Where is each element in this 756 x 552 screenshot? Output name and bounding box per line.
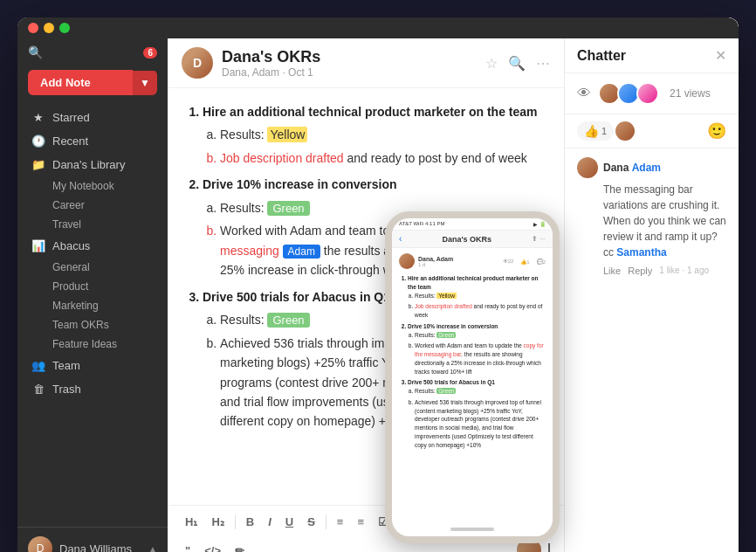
search-action-icon[interactable]: 🔍 (508, 55, 526, 72)
phone-status-bar: AT&T WiFi 4:11 PM ▶ 🔋 (392, 218, 553, 231)
green-highlight-2: Green (267, 313, 309, 328)
sidebar-item-team[interactable]: 👥 Team (17, 354, 168, 377)
chatter-header: Chatter ✕ (565, 38, 739, 73)
views-count: 21 views (670, 87, 711, 100)
item2a-label: Results: (220, 201, 267, 215)
adam-mention: Adam (632, 162, 661, 174)
add-note-button[interactable]: Add Note ▼ (28, 70, 157, 95)
sidebar-item-starred[interactable]: ★ Starred (17, 106, 168, 129)
bold-button[interactable]: B (243, 513, 258, 531)
minimize-button[interactable] (44, 23, 54, 33)
clock-icon: 🕐 (31, 135, 45, 148)
sidebar-user[interactable]: D Dana Williams ▲ (17, 527, 168, 552)
item3-text: Drive 500 trials for Abacus in Q1 (203, 290, 390, 304)
list-item: Results: Yellow (220, 125, 546, 144)
like-reaction-button[interactable]: 👍 1 (577, 121, 614, 141)
avatar: D (28, 536, 52, 552)
sidebar-item-team-okrs[interactable]: Team OKRs (17, 315, 168, 335)
item2-text: Drive 10% increase in conversion (203, 177, 397, 191)
heading1-button[interactable]: H₁ (182, 513, 201, 531)
phone-note-meta: 1 d (418, 262, 453, 267)
chatter-panel: Chatter ✕ 👁 21 views 👍 1 🙂 (564, 17, 739, 552)
trash-label: Trash (52, 383, 81, 396)
chatter-messages: Dana Adam The messaging bar variations a… (565, 148, 739, 552)
phone-content: Dana, Adam 1 d 👁22 👍1 💬2 Hire an additio… (392, 248, 553, 457)
strikethrough-button[interactable]: S (304, 513, 319, 531)
abacus-label: Abacus (52, 239, 90, 252)
code-button[interactable]: </> (201, 542, 224, 553)
cursor (548, 543, 550, 552)
sidebar-item-career[interactable]: Career (17, 196, 168, 215)
phone-mockup: AT&T WiFi 4:11 PM ▶ 🔋 ‹ Dana's OKRs ⬆ ··… (385, 211, 560, 543)
sidebar-top: 🔍 6 (17, 38, 168, 70)
toolbar-separator (235, 515, 236, 529)
sidebar-item-marketing[interactable]: Marketing (17, 296, 168, 315)
folder-icon: 📁 (31, 158, 45, 171)
more-action-icon[interactable]: ⋯ (536, 55, 550, 72)
sidebar-item-abacus[interactable]: 📊 Abacus (17, 234, 168, 258)
user-name: Dana Williams (59, 542, 132, 553)
sidebar-item-library[interactable]: 📁 Dana's Library (17, 153, 168, 176)
share-icon[interactable]: ⬆ ··· (532, 235, 546, 243)
emoji-button[interactable]: 🙂 (707, 121, 726, 141)
recent-label: Recent (52, 135, 88, 148)
team-label: Team (52, 359, 80, 372)
close-icon[interactable]: ✕ (715, 47, 726, 64)
chat-actions: Like Reply 1 like · 1 ago (603, 264, 726, 279)
sidebar-item-trash[interactable]: 🗑 Trash (17, 377, 168, 401)
reaction-count: 1 (601, 126, 607, 136)
note-title-block: Dana's OKRs Dana, Adam · Oct 1 (222, 48, 477, 79)
add-note-label[interactable]: Add Note (28, 70, 133, 95)
draw-button[interactable]: ✏ (231, 542, 248, 553)
phone-note-author: Dana, Adam (418, 256, 453, 262)
star-action-icon[interactable]: ☆ (485, 55, 498, 72)
quote-button[interactable]: " (182, 542, 194, 553)
add-note-dropdown-arrow[interactable]: ▼ (133, 71, 157, 95)
adam-mention: Adam (283, 245, 320, 259)
underline-button[interactable]: U (282, 513, 297, 531)
sidebar-item-notebook[interactable]: My Notebook (17, 176, 168, 196)
chatter-meta: 👁 21 views (565, 73, 739, 114)
chat-time: 1 like · 1 ago (659, 264, 709, 279)
ordered-list-button[interactable]: ≡ (354, 513, 368, 531)
sidebar-nav: ★ Starred 🕐 Recent 📁 Dana's Library My N… (17, 106, 168, 527)
eye-icon: 👁 (577, 86, 591, 101)
avatar (615, 121, 635, 141)
heading2-button[interactable]: H₂ (208, 513, 227, 531)
like-action[interactable]: Like (603, 264, 621, 279)
list-item: Hire an additional technical product mar… (203, 102, 546, 168)
italic-button[interactable]: I (265, 513, 275, 531)
sidebar-item-feature-ideas[interactable]: Feature Ideas (17, 335, 168, 354)
avatar (577, 157, 598, 178)
item1b-rest: and ready to post by end of week (344, 151, 527, 165)
maximize-button[interactable] (59, 23, 70, 33)
starred-label: Starred (52, 111, 90, 124)
sidebar-item-product[interactable]: Product (17, 277, 168, 296)
item1-text: Hire an additional technical product mar… (203, 105, 538, 119)
close-button[interactable] (28, 23, 38, 33)
chat-sender: Dana Adam (603, 160, 661, 176)
sidebar-item-general[interactable]: General (17, 258, 168, 277)
note-author-avatar: D (182, 47, 213, 79)
back-icon[interactable]: ‹ (399, 234, 402, 244)
home-bar (450, 528, 494, 531)
thumbs-up-icon: 👍 (584, 124, 599, 138)
chatter-title: Chatter (577, 48, 626, 64)
reply-action[interactable]: Reply (628, 264, 652, 279)
unordered-list-button[interactable]: ≡ (333, 513, 347, 531)
library-label: Dana's Library (52, 158, 125, 171)
item1b-link[interactable]: Job description drafted (220, 151, 344, 165)
item1a-label: Results: (220, 128, 267, 141)
sidebar: 🔍 6 Add Note ▼ ★ Starred 🕐 Recent 📁 Dana… (17, 17, 168, 552)
phone-note-body: Hire an additional technical product mar… (399, 274, 546, 449)
sidebar-item-travel[interactable]: Travel (17, 215, 168, 234)
sidebar-item-recent[interactable]: 🕐 Recent (17, 129, 168, 153)
title-bar (17, 17, 739, 38)
chat-message-header: Dana Adam (577, 157, 726, 178)
search-icon[interactable]: 🔍 (28, 45, 43, 59)
avatar (636, 82, 659, 105)
chatter-avatars (598, 82, 659, 105)
note-header: D Dana's OKRs Dana, Adam · Oct 1 ☆ 🔍 ⋯ (168, 38, 564, 88)
samantha-mention: Samantha (616, 246, 666, 259)
item3a-label: Results: (220, 313, 267, 327)
